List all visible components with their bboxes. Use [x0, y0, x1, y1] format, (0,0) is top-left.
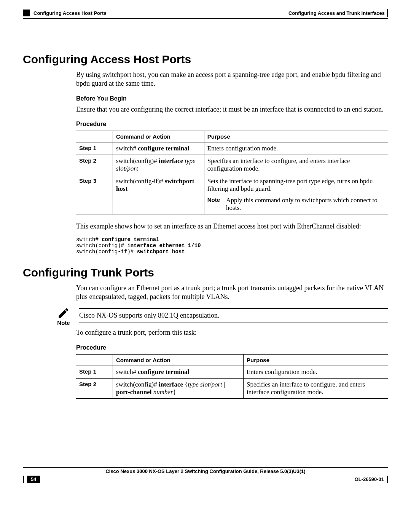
purpose-cell: Enters configuration mode.	[204, 142, 388, 155]
footer-bar	[387, 476, 388, 483]
footer-rule	[23, 467, 388, 468]
cmd-prefix: switch(config-if)#	[116, 177, 165, 185]
th-empty	[76, 354, 113, 366]
cmd-prefix: switch(config)#	[116, 157, 159, 165]
page-number: 54	[27, 476, 40, 483]
header-bar	[387, 9, 388, 17]
purpose-text: Sets the interface to spanning-tree port…	[207, 177, 373, 192]
before-you-begin-text: Ensure that you are configuring the corr…	[76, 105, 388, 114]
note-label: Note	[207, 197, 220, 212]
header-rule	[23, 18, 388, 19]
cmd-prefix: switch#	[116, 368, 138, 375]
procedure-table: Command or Action Purpose Step 1 switch#…	[76, 354, 388, 399]
header-marker-box	[23, 10, 30, 16]
procedure-table: Command or Action Purpose Step 1 switch#…	[76, 131, 388, 214]
step-label: Step 1	[76, 142, 113, 155]
th-purpose: Purpose	[204, 131, 388, 142]
note-top-rule	[79, 308, 388, 309]
procedure-heading: Procedure	[76, 121, 388, 128]
th-command: Command or Action	[113, 131, 204, 142]
table-row: Step 1 switch# configure terminal Enters…	[76, 366, 388, 378]
step-label: Step 2	[76, 378, 113, 398]
footer-right-text: OL-26590-01	[355, 476, 384, 482]
command-cell: switch(config-if)# switchport host	[113, 175, 204, 214]
code-block: switch# configure terminal switch(config…	[76, 236, 388, 255]
page-footer: 54 OL-26590-01	[23, 476, 388, 483]
header-right-text: Configuring Access and Trunk Interfaces	[288, 10, 385, 16]
step-label: Step 3	[76, 175, 113, 214]
table-row: Step 2 switch(config)# interface {type s…	[76, 378, 388, 398]
cmd-bold: configure terminal	[138, 145, 189, 152]
step-label: Step 1	[76, 366, 113, 378]
cmd-bold: configure terminal	[138, 368, 189, 375]
section-heading: Configuring Access Host Ports	[23, 53, 388, 66]
purpose-cell: Specifies an interface to configure, and…	[243, 378, 388, 398]
pencil-icon	[57, 307, 70, 320]
note-text: Cisco NX-OS supports only 802.1Q encapsu…	[79, 311, 388, 320]
note-block: Note Cisco NX-OS supports only 802.1Q en…	[76, 307, 388, 326]
footer-bar	[23, 476, 24, 483]
note-label: Note	[57, 320, 70, 326]
table-row: Step 1 switch# configure terminal Enters…	[76, 142, 388, 155]
note-text: Apply this command only to switchports w…	[226, 197, 385, 212]
command-cell: switch# configure terminal	[113, 142, 204, 155]
purpose-cell: Specifies an interface to configure, and…	[204, 155, 388, 175]
section-intro: By using switchport host, you can make a…	[76, 70, 388, 88]
cmd-prefix: switch(config)#	[116, 381, 159, 388]
command-cell: switch(config)# interface {type slot/por…	[113, 378, 244, 398]
th-purpose: Purpose	[243, 354, 388, 366]
example-intro: This example shows how to set an interfa…	[76, 222, 388, 231]
th-empty	[76, 131, 113, 142]
header-left-text: Configuring Access Host Ports	[33, 10, 107, 16]
purpose-cell: Sets the interface to spanning-tree port…	[204, 175, 388, 214]
th-command: Command or Action	[113, 354, 244, 366]
command-cell: switch# configure terminal	[113, 366, 244, 378]
procedure-heading: Procedure	[76, 344, 388, 351]
section-heading: Configuring Trunk Ports	[23, 266, 388, 279]
cmd-bold: interface	[159, 157, 183, 165]
cmd-prefix: switch#	[116, 145, 138, 152]
section-intro: You can configure an Ethernet port as a …	[76, 284, 388, 302]
table-row: Step 2 switch(config)# interface type sl…	[76, 155, 388, 175]
purpose-cell: Enters configuration mode.	[243, 366, 388, 378]
command-cell: switch(config)# interface type slot/port	[113, 155, 204, 175]
table-row: Step 3 switch(config-if)# switchport hos…	[76, 175, 388, 214]
task-text: To configure a trunk port, perform this …	[76, 328, 388, 337]
cmd-bold: interface	[159, 381, 183, 388]
page-header: Configuring Access Host Ports Configurin…	[23, 9, 388, 17]
before-you-begin-heading: Before You Begin	[76, 95, 388, 102]
note-bottom-rule	[79, 323, 388, 323]
footer-title: Cisco Nexus 3000 NX-OS Layer 2 Switching…	[23, 468, 388, 474]
step-label: Step 2	[76, 155, 113, 175]
